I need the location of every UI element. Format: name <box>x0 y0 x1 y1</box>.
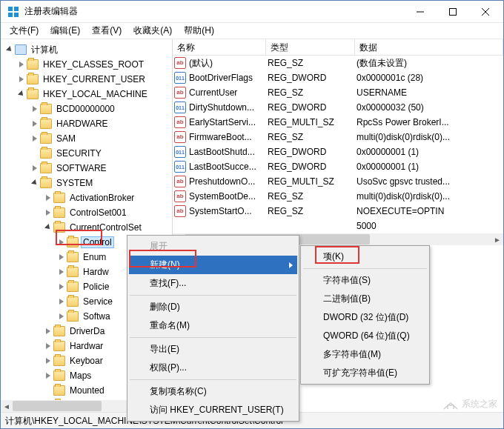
minimize-button[interactable] <box>404 1 437 22</box>
value-row[interactable]: abSystemStartO...REG_SZ NOEXECUTE=OPTIN <box>173 204 503 219</box>
ctx-new[interactable]: 新建(N) <box>129 256 297 274</box>
tree-system[interactable]: SYSTEM <box>54 177 95 189</box>
menu-bar: 文件(F) 编辑(E) 查看(V) 收藏夹(A) 帮助(H) <box>1 23 503 39</box>
list-header: 名称 类型 数据 <box>173 39 503 56</box>
cell-name: CurrentUser <box>189 87 266 98</box>
cell-data: USERNAME <box>355 87 503 98</box>
folder-icon <box>40 148 52 159</box>
cell-name: (默认) <box>189 57 266 70</box>
context-menu-main: 展开 新建(N) 查找(F)... 删除(D) 重命名(M) 导出(E) 权限(… <box>127 235 299 422</box>
ctx-new-binary[interactable]: 二进制值(B) <box>302 290 428 308</box>
tree-mounteddevices[interactable]: Mounted <box>67 385 107 396</box>
tree-software-subkey[interactable]: Softwa <box>81 310 113 322</box>
value-row[interactable]: 011LastBootShutd...REG_DWORD0x00000001 (… <box>173 144 503 159</box>
tree-hardwareconfig[interactable]: Hardwar <box>67 340 105 352</box>
tree-currentcontrolset[interactable]: CurrentControlSet <box>67 222 144 233</box>
cell-type: REG_SZ <box>266 191 355 202</box>
cell-data: 0x00000032 (50) <box>355 102 503 113</box>
tree-policies[interactable]: Policie <box>81 281 111 293</box>
context-menu-new-submenu: 项(K) 字符串值(S) 二进制值(B) DWORD (32 位)值(D) QW… <box>300 245 430 385</box>
folder-icon <box>67 311 79 322</box>
ctx-export[interactable]: 导出(E) <box>129 340 297 359</box>
tree-hkcu[interactable]: HKEY_CURRENT_USER <box>41 73 147 85</box>
value-row[interactable]: abFirmwareBoot...REG_SZmulti(0)disk(0)rd… <box>173 130 503 144</box>
cell-data: 5000 <box>355 221 503 231</box>
tree-bcd[interactable]: BCD00000000 <box>54 103 117 115</box>
menu-separator <box>130 379 296 380</box>
ctx-new-string[interactable]: 字符串值(S) <box>302 271 428 290</box>
tree-root[interactable]: 计算机 <box>29 43 60 57</box>
value-row[interactable]: abSystemBootDe...REG_SZmulti(0)disk(0)rd… <box>173 189 503 204</box>
value-row[interactable]: ab(默认)REG_SZ(数值未设置) <box>173 56 503 70</box>
col-data[interactable]: 数据 <box>355 39 503 55</box>
tree-hklm[interactable]: HKEY_LOCAL_MACHINE <box>41 88 150 100</box>
ctx-new-exstring[interactable]: 可扩充字符串值(E) <box>302 364 428 382</box>
cell-type: REG_DWORD <box>266 73 355 83</box>
close-button[interactable] <box>469 1 502 22</box>
folder-icon <box>27 89 39 99</box>
ctx-new-qword[interactable]: QWORD (64 位)值(Q) <box>302 327 428 345</box>
value-row[interactable]: 011DirtyShutdown...REG_DWORD0x00000032 (… <box>173 100 503 115</box>
folder-icon <box>53 193 65 203</box>
ctx-goto-hkcu[interactable]: 访问 HKEY_CURRENT_USER(T) <box>129 401 297 419</box>
tree-driverdatabase[interactable]: DriverDa <box>67 325 107 337</box>
cell-name: BootDriverFlags <box>189 73 266 83</box>
ctx-new-multisz[interactable]: 多字符串值(M) <box>302 345 428 364</box>
folder-icon <box>67 296 79 307</box>
string-value-icon: ab <box>174 57 186 69</box>
cell-data: UsoSvc gpsvc trusted... <box>355 176 503 187</box>
tree-software[interactable]: SOFTWARE <box>54 162 109 174</box>
tree-controlset001[interactable]: ControlSet001 <box>67 207 129 219</box>
ctx-permissions[interactable]: 权限(P)... <box>129 359 297 377</box>
menu-separator <box>130 295 296 296</box>
ctx-new-dword[interactable]: DWORD (32 位)值(D) <box>302 308 428 327</box>
tree-hardware-profiles[interactable]: Hardw <box>81 266 111 278</box>
value-row[interactable]: 5000 <box>173 219 503 233</box>
binary-value-icon: 011 <box>174 102 186 113</box>
menu-help[interactable]: 帮助(H) <box>179 23 219 39</box>
tree-security[interactable]: SECURITY <box>54 147 104 159</box>
menu-file[interactable]: 文件(F) <box>5 23 43 39</box>
value-row[interactable]: 011LastBootSucce...REG_DWORD0x00000001 (… <box>173 159 503 174</box>
tree-hkcr[interactable]: HKEY_CLASSES_ROOT <box>41 59 146 70</box>
string-value-icon: ab <box>174 131 186 143</box>
ctx-copy-key-name[interactable]: 复制项名称(C) <box>129 382 297 401</box>
menu-view[interactable]: 查看(V) <box>87 23 126 39</box>
tree-control[interactable]: Control <box>81 236 114 248</box>
scroll-thumb[interactable] <box>13 401 102 411</box>
tree-maps[interactable]: Maps <box>67 370 93 382</box>
value-row[interactable]: abCurrentUserREG_SZUSERNAME <box>173 85 503 100</box>
string-value-icon: ab <box>174 205 186 217</box>
tree-enum[interactable]: Enum <box>81 251 108 263</box>
ctx-delete[interactable]: 删除(D) <box>129 298 297 316</box>
menu-edit[interactable]: 编辑(E) <box>46 23 84 39</box>
folder-icon <box>67 252 79 262</box>
folder-icon <box>40 178 52 188</box>
cell-type: REG_DWORD <box>266 162 355 172</box>
folder-icon <box>27 74 39 84</box>
blank-icon <box>174 220 186 232</box>
maximize-button[interactable] <box>437 1 469 22</box>
scroll-right-icon[interactable]: ► <box>491 233 503 245</box>
cell-data: RpcSs Power BrokerI... <box>355 117 503 127</box>
col-type[interactable]: 类型 <box>266 39 355 55</box>
window-title: 注册表编辑器 <box>24 5 404 18</box>
cell-name: SystemBootDe... <box>189 191 266 202</box>
ctx-expand[interactable]: 展开 <box>129 237 297 256</box>
col-name[interactable]: 名称 <box>173 39 266 55</box>
tree-hardware[interactable]: HARDWARE <box>54 118 110 130</box>
ctx-new-key[interactable]: 项(K) <box>302 247 428 266</box>
tree-services[interactable]: Service <box>81 296 115 307</box>
value-row[interactable]: abEarlyStartServi...REG_MULTI_SZRpcSs Po… <box>173 115 503 130</box>
ctx-find[interactable]: 查找(F)... <box>129 274 297 293</box>
tree-activationbroker[interactable]: ActivationBroker <box>67 192 136 204</box>
title-bar: 注册表编辑器 <box>1 1 503 23</box>
value-rows[interactable]: ab(默认)REG_SZ(数值未设置)011BootDriverFlagsREG… <box>173 56 503 233</box>
value-row[interactable]: 011BootDriverFlagsREG_DWORD0x0000001c (2… <box>173 70 503 85</box>
ctx-rename[interactable]: 重命名(M) <box>129 316 297 335</box>
scroll-left-icon[interactable]: ◄ <box>1 400 13 412</box>
tree-keyboardlayout[interactable]: Keyboar <box>67 355 105 367</box>
menu-favorites[interactable]: 收藏夹(A) <box>129 23 176 39</box>
tree-sam[interactable]: SAM <box>54 133 78 144</box>
value-row[interactable]: abPreshutdownO...REG_MULTI_SZUsoSvc gpsv… <box>173 174 503 189</box>
